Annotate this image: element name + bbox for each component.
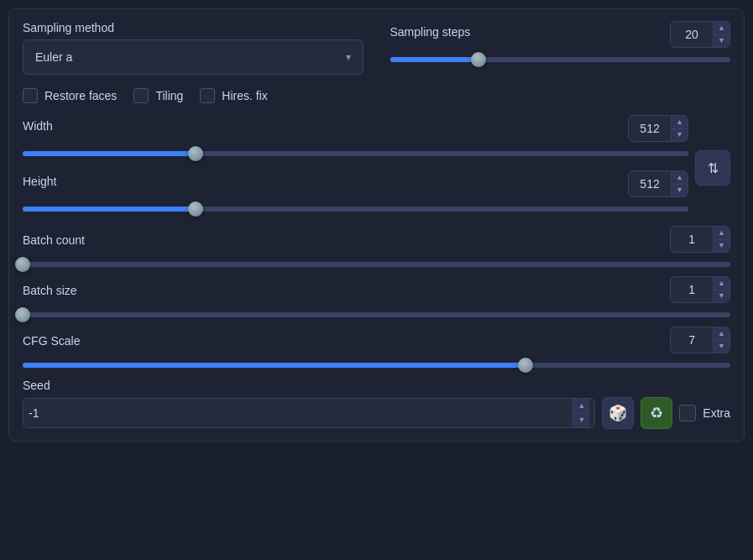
seed-section: Seed -1 ▲ ▼ 🎲 ♻ Extra [23, 379, 730, 429]
swap-dimensions-button[interactable]: ⇅ [695, 150, 730, 186]
hires-fix-checkbox[interactable]: Hires. fix [200, 88, 267, 103]
cfg-scale-spin-up[interactable]: ▲ [714, 327, 729, 340]
batch-count-label: Batch count [23, 228, 85, 250]
sampling-steps-label: Sampling steps [390, 25, 471, 39]
sampling-method-value: Euler a [35, 50, 72, 64]
height-value: 512 [629, 177, 671, 191]
batch-count-slider-track [23, 262, 730, 267]
batch-count-spinners: ▲ ▼ [713, 227, 729, 252]
steps-slider-fill [390, 57, 478, 62]
steps-slider-track [390, 57, 731, 62]
width-spinners: ▲ ▼ [671, 116, 688, 141]
height-slider-track [23, 207, 688, 212]
dice-button[interactable]: 🎲 [602, 397, 634, 429]
steps-slider-thumb[interactable] [471, 52, 486, 67]
batch-size-section: Batch size 1 ▲ ▼ [23, 276, 730, 323]
batch-count-section: Batch count 1 ▲ ▼ [23, 226, 730, 273]
batch-size-number-input[interactable]: 1 ▲ ▼ [670, 276, 730, 303]
width-slider[interactable] [23, 145, 688, 162]
steps-value: 20 [671, 28, 713, 41]
height-slider-fill [23, 207, 196, 212]
seed-input-wrap[interactable]: -1 ▲ ▼ [23, 398, 595, 428]
batch-count-slider-thumb[interactable] [15, 257, 30, 272]
batch-size-slider-track [23, 312, 730, 317]
cfg-scale-label-row: CFG Scale 7 ▲ ▼ [23, 327, 730, 353]
sampling-row: Sampling method Euler a ▾ Sampling steps… [23, 21, 730, 75]
restore-faces-box[interactable] [23, 88, 38, 103]
cfg-scale-slider-thumb[interactable] [518, 358, 533, 373]
restore-faces-label: Restore faces [44, 89, 117, 102]
height-slider[interactable] [23, 201, 688, 217]
batch-size-spin-up[interactable]: ▲ [714, 277, 729, 290]
checkboxes-row: Restore faces Tiling Hires. fix [23, 88, 730, 103]
width-spin-up[interactable]: ▲ [672, 116, 688, 128]
batch-size-spinners: ▲ ▼ [713, 277, 729, 302]
cfg-scale-slider-fill [23, 363, 526, 368]
seed-label: Seed [23, 379, 730, 392]
steps-slider[interactable] [390, 51, 731, 68]
height-number-input[interactable]: 512 ▲ ▼ [628, 170, 688, 197]
cfg-scale-number-input[interactable]: 7 ▲ ▼ [670, 327, 730, 353]
tiling-label: Tiling [155, 89, 183, 102]
batch-count-label-row: Batch count 1 ▲ ▼ [23, 226, 730, 253]
batch-count-number-input[interactable]: 1 ▲ ▼ [670, 226, 730, 253]
width-value: 512 [629, 122, 671, 135]
height-spinners: ▲ ▼ [671, 171, 688, 196]
cfg-scale-spin-down[interactable]: ▼ [714, 340, 729, 353]
height-slider-thumb[interactable] [188, 201, 203, 217]
height-label: Height [23, 175, 56, 188]
steps-spin-down[interactable]: ▼ [714, 34, 729, 48]
main-panel: Sampling method Euler a ▾ Sampling steps… [8, 8, 745, 442]
cfg-scale-slider-track [23, 363, 730, 368]
cfg-scale-slider[interactable] [23, 357, 730, 374]
wh-container: Width 512 ▲ ▼ [23, 115, 730, 217]
batch-count-spin-down[interactable]: ▼ [714, 239, 729, 253]
batch-size-slider-thumb[interactable] [15, 307, 30, 322]
width-label: Width [23, 119, 53, 133]
batch-size-slider[interactable] [23, 306, 730, 323]
recycle-icon: ♻ [650, 404, 663, 422]
steps-spin-up[interactable]: ▲ [714, 22, 729, 34]
height-spin-down[interactable]: ▼ [672, 184, 688, 197]
width-spin-down[interactable]: ▼ [672, 128, 688, 142]
batch-size-label-row: Batch size 1 ▲ ▼ [23, 276, 730, 303]
seed-spin-up[interactable]: ▲ [573, 399, 589, 413]
cfg-scale-spinners: ▲ ▼ [713, 327, 729, 353]
dropdown-arrow-icon: ▾ [346, 51, 351, 63]
steps-number-input[interactable]: 20 ▲ ▼ [670, 21, 730, 48]
steps-label-row: Sampling steps 20 ▲ ▼ [390, 21, 731, 48]
recycle-button[interactable]: ♻ [641, 397, 672, 429]
width-number-input[interactable]: 512 ▲ ▼ [628, 115, 688, 142]
cfg-scale-value: 7 [671, 333, 713, 347]
batch-size-spin-down[interactable]: ▼ [714, 290, 729, 303]
hires-fix-box[interactable] [200, 88, 215, 103]
restore-faces-checkbox[interactable]: Restore faces [23, 88, 117, 103]
tiling-box[interactable] [133, 88, 149, 103]
cfg-scale-label: CFG Scale [23, 329, 80, 351]
steps-spinners: ▲ ▼ [713, 22, 729, 47]
sampling-method-label: Sampling method [23, 21, 363, 34]
width-section: Width 512 ▲ ▼ [23, 115, 688, 162]
batch-count-slider[interactable] [23, 256, 730, 273]
dice-icon: 🎲 [609, 404, 627, 422]
seed-spin-down[interactable]: ▼ [573, 413, 589, 428]
dimensions-section: Width 512 ▲ ▼ [23, 115, 688, 217]
hires-fix-label: Hires. fix [222, 89, 267, 102]
seed-spinners: ▲ ▼ [573, 399, 589, 427]
batch-count-spin-up[interactable]: ▲ [714, 227, 729, 239]
extra-label: Extra [703, 406, 730, 420]
sampling-method-dropdown[interactable]: Euler a ▾ [23, 39, 363, 75]
batch-size-label: Batch size [23, 279, 77, 301]
tiling-checkbox[interactable]: Tiling [133, 88, 183, 103]
width-label-row: Width 512 ▲ ▼ [23, 115, 688, 142]
seed-controls-row: -1 ▲ ▼ 🎲 ♻ Extra [23, 397, 730, 429]
sampling-method-section: Sampling method Euler a ▾ [23, 21, 377, 75]
sampling-steps-section: Sampling steps 20 ▲ ▼ [377, 21, 731, 68]
height-spin-up[interactable]: ▲ [672, 171, 688, 184]
width-slider-track [23, 151, 688, 156]
height-section: Height 512 ▲ ▼ [23, 170, 688, 217]
batch-size-value: 1 [671, 283, 713, 296]
width-slider-thumb[interactable] [188, 146, 203, 161]
extra-checkbox[interactable] [679, 405, 696, 421]
height-label-row: Height 512 ▲ ▼ [23, 170, 688, 197]
